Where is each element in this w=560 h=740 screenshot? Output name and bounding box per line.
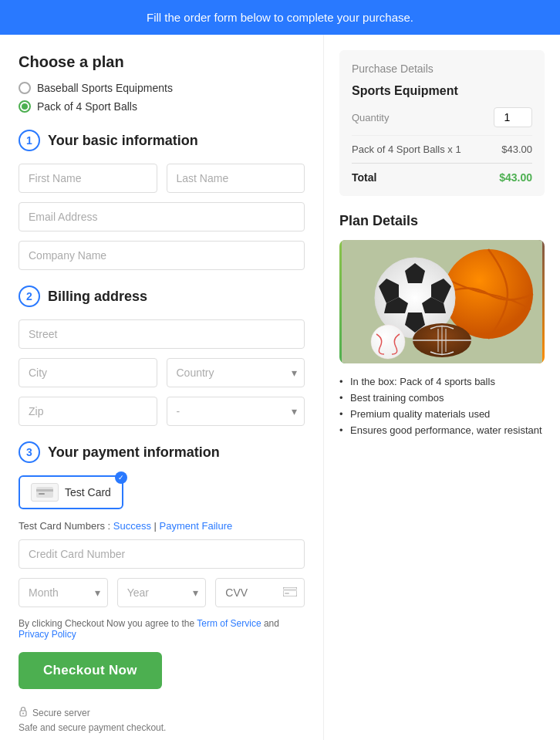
country-select[interactable]: Country — [167, 358, 305, 387]
expiry-cvv-row: Month 010203 040506 070809 101112 Year 2… — [19, 578, 305, 607]
bullet-1: In the box: Pack of 4 sports balls — [339, 376, 545, 387]
svg-rect-1 — [36, 489, 53, 492]
company-field — [19, 241, 305, 270]
total-row: Total $43.00 — [352, 163, 532, 184]
svg-rect-3 — [283, 587, 297, 596]
card-icon — [36, 487, 53, 498]
purchase-product-title: Sports Equipment — [352, 84, 532, 98]
failure-link[interactable]: Payment Failure — [160, 520, 233, 532]
plan-details-title: Plan Details — [339, 213, 545, 229]
total-label: Total — [352, 171, 376, 184]
year-wrapper: Year 202420252026 20272028 — [117, 578, 207, 607]
sports-balls-svg — [339, 240, 545, 363]
last-name-field — [167, 164, 305, 193]
step2-header: 2 Billing address — [19, 286, 305, 307]
item-price: $43.00 — [501, 144, 532, 155]
svg-rect-2 — [39, 493, 45, 495]
plan-sport-balls-label: Pack of 4 Sport Balls — [37, 100, 137, 113]
success-link[interactable]: Success — [113, 520, 151, 532]
step3-label: Your payment information — [48, 444, 220, 461]
cc-input[interactable] — [19, 539, 305, 569]
and-text: and — [264, 618, 279, 629]
left-panel: Choose a plan Baseball Sports Equipments… — [0, 35, 324, 740]
year-select[interactable]: Year 202420252026 20272028 — [117, 578, 207, 607]
step1-label: Your basic information — [48, 133, 198, 149]
choose-plan-title: Choose a plan — [19, 53, 305, 71]
step1-header: 1 Your basic information — [19, 130, 305, 151]
card-check-icon: ✓ — [115, 471, 127, 484]
street-input[interactable] — [19, 319, 305, 349]
svg-rect-4 — [283, 589, 297, 591]
lock-icon — [19, 706, 28, 719]
city-field — [19, 358, 157, 387]
zip-state-row: - — [19, 397, 305, 426]
bullet-4: Ensures good performance, water resistan… — [339, 424, 545, 436]
plan-baseball-label: Baseball Sports Equipments — [37, 82, 173, 94]
email-row — [19, 202, 305, 231]
plan-option-sport-balls[interactable]: Pack of 4 Sport Balls — [19, 100, 305, 113]
radio-sport-balls — [19, 100, 31, 113]
plan-option-baseball[interactable]: Baseball Sports Equipments — [19, 82, 305, 94]
price-row: Pack of 4 Sport Balls x 1 $43.00 — [352, 135, 532, 155]
step3-number: 3 — [19, 441, 40, 463]
radio-baseball — [19, 82, 31, 94]
purchase-details-box: Purchase Details Sports Equipment Quanti… — [339, 50, 545, 196]
item-label: Pack of 4 Sport Balls x 1 — [352, 144, 461, 155]
plan-bullets: In the box: Pack of 4 sports balls Best … — [339, 376, 545, 436]
svg-point-22 — [371, 325, 405, 359]
cc-row — [19, 539, 305, 569]
quantity-label: Quantity — [352, 112, 389, 123]
month-select[interactable]: Month 010203 040506 070809 101112 — [19, 578, 108, 607]
purchase-details-title: Purchase Details — [352, 63, 532, 75]
test-card-info: Test Card Numbers : Success | Payment Fa… — [19, 520, 305, 532]
first-name-field — [19, 164, 157, 193]
checkout-button[interactable]: Checkout Now — [19, 652, 162, 689]
step1-number: 1 — [19, 130, 40, 151]
company-input[interactable] — [19, 241, 305, 270]
name-row — [19, 164, 305, 193]
zip-field — [19, 397, 157, 426]
street-row — [19, 319, 305, 349]
country-wrapper: Country — [167, 358, 305, 387]
test-card-prefix: Test Card Numbers : — [19, 520, 113, 532]
sports-image — [339, 240, 545, 363]
first-name-input[interactable] — [19, 164, 157, 193]
privacy-link[interactable]: Privacy Policy — [19, 629, 76, 640]
state-select[interactable]: - — [167, 397, 305, 426]
month-wrapper: Month 010203 040506 070809 101112 — [19, 578, 108, 607]
cvv-wrapper — [215, 578, 305, 607]
cc-field — [19, 539, 305, 569]
state-wrapper: - — [167, 397, 305, 426]
city-country-row: Country — [19, 358, 305, 387]
company-row — [19, 241, 305, 270]
bullet-3: Premium quality materials used — [339, 408, 545, 420]
secure-info: Secure server — [19, 706, 305, 719]
svg-point-7 — [22, 713, 24, 715]
banner-text: Fill the order form below to complete yo… — [147, 11, 413, 24]
city-input[interactable] — [19, 358, 157, 387]
right-panel: Purchase Details Sports Equipment Quanti… — [324, 35, 560, 740]
tos-prefix: By clicking Checkout Now you agree to th… — [19, 618, 197, 629]
card-icon-box — [31, 483, 59, 502]
plan-options: Baseball Sports Equipments Pack of 4 Spo… — [19, 82, 305, 113]
street-field — [19, 319, 305, 349]
card-option[interactable]: Test Card ✓ — [19, 475, 123, 509]
quantity-input[interactable] — [494, 107, 532, 127]
secure-label: Secure server — [32, 708, 90, 718]
tos-link[interactable]: Term of Service — [197, 618, 261, 629]
step2-number: 2 — [19, 286, 40, 307]
email-field — [19, 202, 305, 231]
svg-rect-0 — [36, 487, 53, 498]
tos-text: By clicking Checkout Now you agree to th… — [19, 618, 305, 640]
cvv-icon — [283, 586, 297, 600]
zip-input[interactable] — [19, 397, 157, 426]
checkout-btn-wrapper: Checkout Now — [19, 652, 305, 698]
email-input[interactable] — [19, 202, 305, 231]
bullet-2: Best training combos — [339, 392, 545, 404]
svg-rect-5 — [285, 593, 289, 594]
step2-label: Billing address — [48, 289, 147, 305]
card-label: Test Card — [65, 486, 111, 498]
last-name-input[interactable] — [167, 164, 305, 193]
quantity-row: Quantity — [352, 107, 532, 127]
total-amount: $43.00 — [499, 171, 532, 184]
